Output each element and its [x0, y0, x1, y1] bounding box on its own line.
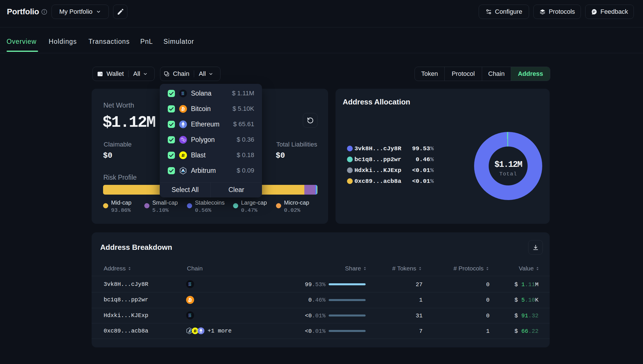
svg-text:B: B: [182, 153, 184, 157]
svg-text:B: B: [194, 329, 196, 333]
